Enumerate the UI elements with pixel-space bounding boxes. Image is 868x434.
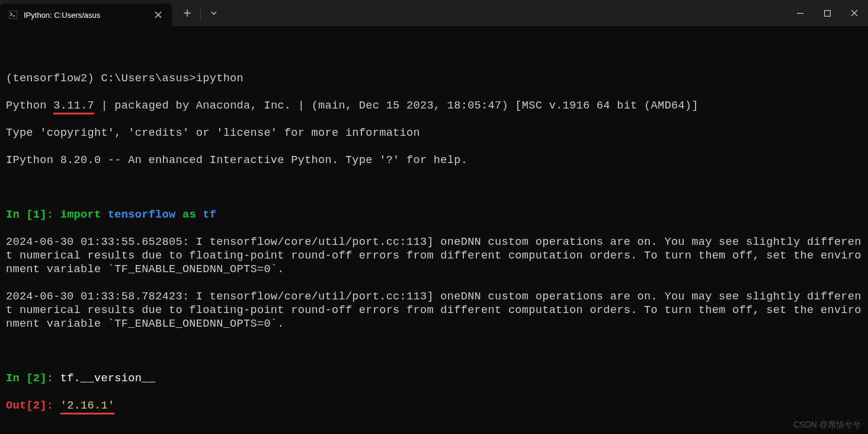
tab-dropdown-button[interactable] [203, 2, 225, 24]
python-version-highlight: 3.11.7 [53, 100, 94, 114]
titlebar-drag-area[interactable] [225, 0, 786, 26]
new-tab-button[interactable] [177, 2, 198, 24]
terminal-icon [8, 10, 18, 20]
shell-prompt-line: (tensorflow2) C:\Users\asus>ipython [6, 72, 862, 85]
log-onednn-2: 2024-06-30 01:33:58.782423: I tensorflow… [6, 290, 862, 331]
tab-actions [172, 0, 225, 26]
divider [200, 7, 201, 19]
in-2: In [2]: tf.__version__ [6, 372, 862, 385]
tf-version-highlight: '2.16.1' [60, 400, 115, 414]
svg-rect-0 [9, 11, 17, 19]
maximize-button[interactable] [813, 0, 841, 26]
in-1: In [1]: import tensorflow as tf [6, 208, 862, 222]
python-version-line: Python 3.11.7 | packaged by Anaconda, In… [6, 99, 862, 113]
active-tab[interactable]: IPython: C:Users/asus [0, 4, 172, 26]
close-window-button[interactable] [841, 0, 868, 26]
close-tab-button[interactable] [153, 9, 164, 20]
titlebar: IPython: C:Users/asus [0, 0, 868, 26]
ipython-version-line: IPython 8.20.0 -- An enhanced Interactiv… [6, 154, 862, 167]
help-line-1: Type 'copyright', 'credits' or 'license'… [6, 126, 862, 140]
log-onednn-1: 2024-06-30 01:33:55.652805: I tensorflow… [6, 235, 862, 276]
minimize-button[interactable] [786, 0, 813, 26]
terminal-output[interactable]: (tensorflow2) C:\Users\asus>ipython Pyth… [0, 26, 868, 434]
out-2: Out[2]: '2.16.1' [6, 399, 862, 413]
tab-title: IPython: C:Users/asus [24, 11, 147, 20]
svg-rect-7 [824, 10, 830, 16]
window-controls [786, 0, 868, 26]
